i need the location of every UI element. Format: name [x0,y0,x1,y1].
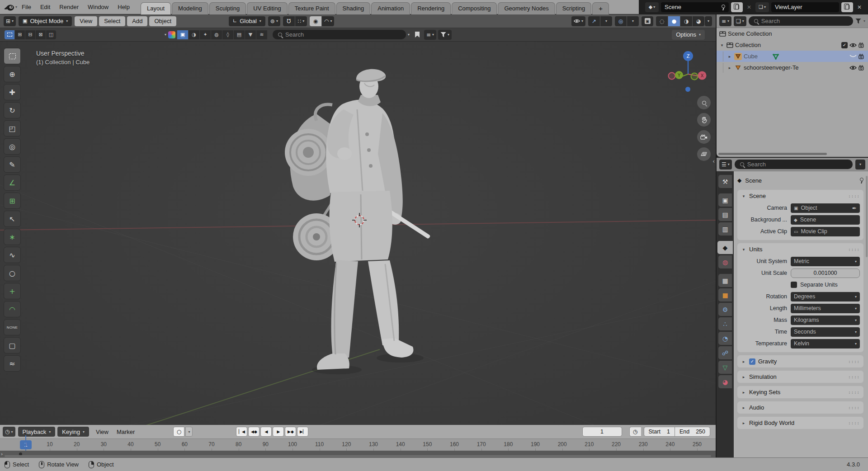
tab-modeling[interactable]: Modeling [172,2,208,14]
gizmos-toggle[interactable]: ↗ [588,16,600,26]
panel-grip-icon[interactable]: :::: [848,375,860,379]
snap-toggle[interactable]: ℧ [283,16,295,26]
timeline-editor-type-icon[interactable]: ◷▾ [3,427,15,437]
pin-icon[interactable] [721,4,725,10]
properties-editor-type-icon[interactable]: ☰▾ [719,160,732,170]
time-dropdown[interactable]: Seconds▾ [791,327,860,337]
remove-view-layer-icon[interactable]: ✕ [855,4,863,10]
tab-scripting[interactable]: Scripting [556,2,592,14]
tab-layout[interactable]: Layout [141,2,171,14]
select-mode-invert-icon[interactable]: ⊠ [36,30,46,39]
play-button[interactable]: ▶ [273,427,284,437]
collection-tab[interactable]: ▦ [718,274,732,287]
asset-search-input[interactable]: Search [273,30,406,39]
object-tab[interactable]: ■ [718,288,732,301]
play-reverse-button[interactable]: ◀ [260,427,272,437]
xray-toggle[interactable]: ▣ [642,16,653,26]
select-mode-set-icon[interactable] [5,30,14,39]
select-mode-intersect-icon[interactable]: ◫ [46,30,56,39]
blender-logo-icon[interactable]: ▾ [4,2,17,12]
scene-type-icon[interactable]: ◆▾ [645,2,659,12]
start-frame-field[interactable]: Start1 [644,429,675,435]
asset-addon-logo-icon[interactable] [168,31,175,38]
menu-help[interactable]: Help [113,2,134,13]
asset-filter-dropdown[interactable]: ▾ [438,30,452,40]
expand-icon[interactable]: ▸ [727,54,732,59]
properties-search-input[interactable]: Search [735,160,853,169]
outliner-horizontal-scrollbar[interactable] [718,153,827,155]
unit-scale-field[interactable]: 0.001000 [791,268,860,278]
shading-dropdown[interactable]: ▾ [705,16,712,26]
tool-options-dropdown[interactable]: Options▾ [672,30,705,40]
tab-animation[interactable]: Animation [371,2,410,14]
timeline-channel-strip[interactable] [0,451,716,457]
viewport-3d[interactable]: User Perspective (1) Collection | Cube ⊕… [0,42,716,425]
tab-uv-editing[interactable]: UV Editing [247,2,287,14]
gravity-panel-header[interactable]: ▸ ✓ Gravity :::: [737,355,863,367]
rotation-dropdown[interactable]: Degrees▾ [791,292,860,301]
asset-model-icon[interactable]: ▣ [177,30,188,39]
eye-open-icon[interactable] [849,66,857,70]
outliner-search-input[interactable]: Search [749,16,853,26]
camera-selector[interactable]: ▣Object✒ [791,203,860,213]
shading-material-icon[interactable]: ◑ [680,16,692,26]
menu-file[interactable]: File [17,2,36,13]
tab-compositing[interactable]: Compositing [452,2,497,14]
audio-panel-header[interactable]: ▸Audio:::: [737,401,863,414]
mass-dropdown[interactable]: Kilograms▾ [791,316,860,325]
jump-to-end-button[interactable]: ▶▏ [297,427,308,437]
gizmos-dropdown[interactable]: ▾ [600,16,612,26]
camera-render-icon[interactable] [859,65,865,71]
properties-options-dropdown[interactable]: ▾ [855,160,865,170]
view-layer-tab[interactable]: ▥ [718,222,732,236]
panel-grip-icon[interactable]: :::: [848,421,860,425]
camera-render-icon[interactable] [859,42,865,48]
current-frame-field[interactable]: 1 [582,427,622,437]
navigation-gizmo[interactable]: Z Y X [651,45,710,99]
asset-world-icon[interactable]: ◍ [211,30,222,39]
object-visibility-dropdown[interactable]: ▾ [571,16,585,26]
orthographic-grid-button[interactable] [697,147,711,161]
material-tab[interactable]: ◕ [718,375,732,388]
collection-checkbox[interactable]: ✓ [841,42,848,48]
auto-keying-toggle[interactable]: ○ [173,427,184,437]
pin-icon[interactable] [859,177,863,184]
simulation-panel-header[interactable]: ▸Simulation:::: [737,371,863,383]
constraints-tab[interactable]: ☍ [718,346,732,359]
shading-rendered-icon[interactable]: ◕ [693,16,704,26]
proportional-editing-toggle[interactable]: ◉ [310,16,321,26]
sidebar-collapse-icon[interactable]: ‹ [712,158,715,165]
timeline-menu-playback[interactable]: Playback▾ [18,427,56,437]
background--selector[interactable]: ◆Scene [791,215,860,225]
view-layer-icon[interactable]: ❏▾ [755,2,769,12]
select-mode-subtract-icon[interactable]: ⊟ [25,30,35,39]
viewport-menu-add[interactable]: Add [127,16,147,26]
eye-closed-icon[interactable] [849,54,857,58]
keying-sets-panel-header[interactable]: ▸Keying Sets:::: [737,386,863,398]
menu-render[interactable]: Render [55,2,83,13]
add-workspace-button[interactable]: + [592,2,609,14]
asset-sort-icon[interactable]: ▼ [245,30,256,39]
eye-open-icon[interactable] [849,43,857,47]
view-layer-selector[interactable]: ViewLayer [771,2,839,12]
statue-3d-model[interactable] [0,42,716,425]
asset-brush-icon[interactable]: ✦ [200,30,211,39]
viewport-menu-select[interactable]: Select [99,16,125,26]
outliner-row-cube[interactable]: ▸ Cube [717,51,868,62]
scene-panel-header[interactable]: ▾ Scene :::: [737,190,863,202]
outliner-editor-type-icon[interactable]: ≡▾ [719,16,731,26]
tab-texture-paint[interactable]: Texture Paint [288,2,335,14]
modifiers-tab[interactable]: ⚙ [718,303,732,316]
properties-scrollbar[interactable] [866,176,868,257]
panel-grip-icon[interactable]: :::: [848,359,860,364]
timeline-menu-marker[interactable]: Marker [113,429,139,435]
temperature-dropdown[interactable]: Kelvin▾ [791,339,860,349]
viewport-menu-object[interactable]: Object [149,16,176,26]
tab-rendering[interactable]: Rendering [411,2,451,14]
length-dropdown[interactable]: Millimeters▾ [791,304,860,313]
world-tab[interactable]: ◍ [718,255,732,268]
physics-tab[interactable]: ◔ [718,332,732,345]
auto-keying-dropdown[interactable]: ▾ [185,427,193,437]
snap-settings-dropdown[interactable]: ∷▾ [295,16,307,26]
output-tab[interactable]: ▤ [718,208,732,221]
